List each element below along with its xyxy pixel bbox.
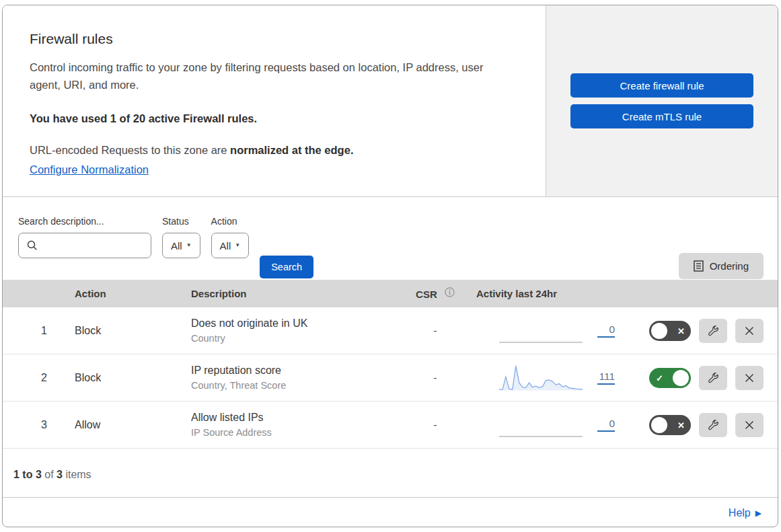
close-icon xyxy=(744,420,755,430)
edit-rule-button[interactable] xyxy=(699,319,727,343)
items-label: items xyxy=(63,469,91,480)
normalization-prefix: URL-encoded Requests to this zone are xyxy=(30,144,230,156)
search-icon xyxy=(27,240,38,251)
rule-priority: 2 xyxy=(3,372,67,384)
csr-column-label: CSR xyxy=(416,289,437,300)
items-of-text: of xyxy=(42,469,57,480)
wrench-icon xyxy=(707,419,719,431)
cross-icon: ✕ xyxy=(677,326,685,335)
csr-column-header: CSR xyxy=(398,287,472,300)
page-description: Control incoming traffic to your zone by… xyxy=(30,59,514,93)
items-range: 1 to 3 xyxy=(13,469,42,480)
search-button[interactable]: Search xyxy=(260,256,313,278)
rule-priority: 3 xyxy=(3,419,67,431)
rule-criteria: Country xyxy=(191,333,398,344)
rule-enable-toggle[interactable]: ✓ ✕ xyxy=(649,415,691,435)
help-bar: Help ▶ xyxy=(3,497,778,527)
help-link-label: Help xyxy=(729,507,751,519)
delete-rule-button[interactable] xyxy=(735,366,764,390)
normalization-text: URL-encoded Requests to this zone are no… xyxy=(30,144,519,157)
table-row: 2 Block IP reputation score Country, Thr… xyxy=(3,354,778,402)
ordering-list-icon xyxy=(694,260,704,272)
activity-sparkline-flat xyxy=(499,412,583,439)
action-filter-value: All xyxy=(220,240,231,252)
action-filter-dropdown[interactable]: All ▼ xyxy=(211,233,250,258)
rule-criteria: Country, Threat Score xyxy=(191,380,398,391)
activity-column-header: Activity last 24hr xyxy=(472,288,644,299)
delete-rule-button[interactable] xyxy=(735,319,764,343)
rule-description: Does not originate in UK xyxy=(191,317,398,330)
rule-description: IP reputation score xyxy=(191,365,398,377)
check-icon: ✓ xyxy=(656,373,663,382)
rule-description: Allow listed IPs xyxy=(191,412,398,424)
close-icon xyxy=(744,326,755,336)
rule-enable-toggle[interactable]: ✓ ✕ xyxy=(649,368,691,388)
page-title: Firewall rules xyxy=(30,31,519,47)
normalization-bold: normalized at the edge. xyxy=(230,144,353,156)
rule-action: Block xyxy=(67,325,183,337)
table-row: 3 Allow Allow listed IPs IP Source Addre… xyxy=(3,402,778,449)
toggle-knob xyxy=(651,417,667,433)
configure-normalization-link[interactable]: Configure Normalization xyxy=(30,163,149,176)
description-column-header: Description xyxy=(183,288,398,299)
activity-sparkline-flat xyxy=(499,317,583,344)
pagination-summary: 1 to 3 of 3 items xyxy=(3,449,778,497)
action-column-header: Action xyxy=(67,288,183,299)
toggle-knob xyxy=(651,323,667,339)
arrow-right-icon: ▶ xyxy=(755,509,761,517)
wrench-icon xyxy=(707,372,719,384)
rule-action: Block xyxy=(67,372,183,384)
close-icon xyxy=(744,373,755,383)
filter-bar: Search description... Status All ▼ Actio… xyxy=(3,197,778,280)
search-input[interactable] xyxy=(43,233,165,258)
activity-count-link[interactable]: 0 xyxy=(597,324,615,338)
firewall-rules-card: Firewall rules Control incoming traffic … xyxy=(2,5,778,527)
header-text-block: Firewall rules Control incoming traffic … xyxy=(3,5,546,196)
rule-csr-value: - xyxy=(398,419,472,431)
status-filter-value: All xyxy=(171,240,182,252)
chevron-down-icon: ▼ xyxy=(186,243,192,248)
activity-count-link[interactable]: 0 xyxy=(597,418,615,432)
create-firewall-rule-button[interactable]: Create firewall rule xyxy=(570,73,753,98)
table-header-row: Action Description CSR Activity last 24h… xyxy=(3,280,778,307)
activity-sparkline-chart xyxy=(499,365,583,391)
edit-rule-button[interactable] xyxy=(699,413,727,437)
usage-summary: You have used 1 of 20 active Firewall ru… xyxy=(30,112,519,125)
wrench-icon xyxy=(707,325,719,337)
search-input-wrapper xyxy=(18,233,151,258)
status-filter-dropdown[interactable]: All ▼ xyxy=(162,233,200,258)
rule-enable-toggle[interactable]: ✓ ✕ xyxy=(649,321,691,341)
items-total: 3 xyxy=(57,469,63,480)
rule-criteria: IP Source Address xyxy=(191,427,398,438)
info-icon[interactable] xyxy=(445,287,455,297)
ordering-button-label: Ordering xyxy=(710,260,749,272)
toggle-knob xyxy=(673,370,689,386)
help-link[interactable]: Help ▶ xyxy=(729,507,761,519)
search-label: Search description... xyxy=(18,216,151,227)
ordering-button[interactable]: Ordering xyxy=(679,253,764,279)
activity-count-link[interactable]: 111 xyxy=(597,371,615,385)
header-actions-panel: Create firewall rule Create mTLS rule xyxy=(546,5,778,196)
chevron-down-icon: ▼ xyxy=(235,243,240,248)
action-filter-label: Action xyxy=(211,216,250,227)
table-row: 1 Block Does not originate in UK Country… xyxy=(3,307,778,354)
create-mtls-rule-button[interactable]: Create mTLS rule xyxy=(570,104,753,128)
header-section: Firewall rules Control incoming traffic … xyxy=(3,5,778,197)
cross-icon: ✕ xyxy=(677,420,685,429)
rule-action: Allow xyxy=(67,419,183,431)
rule-csr-value: - xyxy=(398,325,472,337)
rule-csr-value: - xyxy=(398,372,472,384)
delete-rule-button[interactable] xyxy=(735,413,764,437)
edit-rule-button[interactable] xyxy=(699,366,727,390)
rule-priority: 1 xyxy=(3,325,67,337)
status-filter-label: Status xyxy=(162,216,200,227)
